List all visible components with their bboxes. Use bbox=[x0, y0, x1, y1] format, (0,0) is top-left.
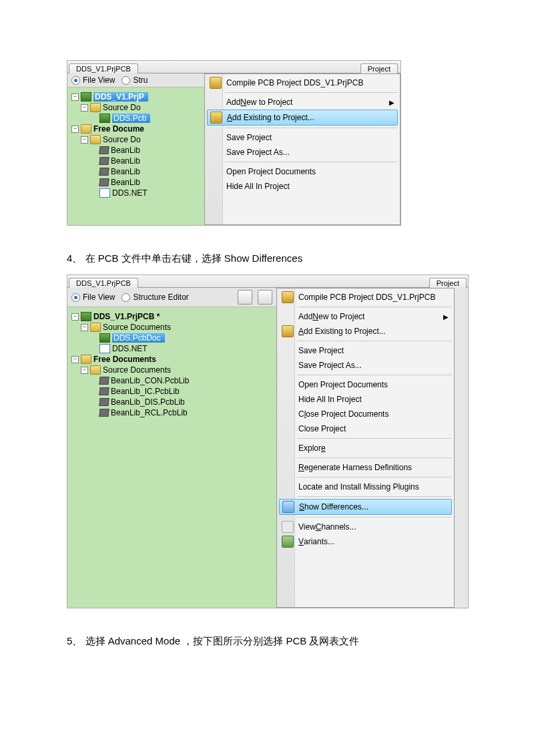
menu-add-existing[interactable]: Add Existing to Project... bbox=[278, 324, 453, 339]
menu-compile[interactable]: Compile PCB Project DDS_V1.PrjPCB bbox=[278, 290, 453, 305]
tree-lib-item[interactable]: BeanLib bbox=[111, 156, 140, 166]
project-icon bbox=[81, 312, 91, 321]
menu-separator bbox=[225, 128, 397, 128]
radio-file-view[interactable] bbox=[71, 293, 80, 302]
menu-view-channels[interactable]: View Channels... bbox=[278, 520, 453, 534]
tree-lib-item[interactable]: BeanLib_DIS.PcbLib bbox=[111, 397, 185, 407]
instruction-step-4: 4、 在 PCB 文件中单击右键，选择 Show Differences bbox=[67, 252, 467, 265]
library-icon bbox=[99, 398, 109, 406]
variants-icon bbox=[282, 536, 294, 548]
tree-lib-item[interactable]: BeanLib_CON.PcbLib bbox=[111, 376, 189, 385]
label-structure-editor: Structure Editor bbox=[133, 293, 188, 302]
add-icon bbox=[282, 325, 294, 337]
submenu-arrow-icon: ▶ bbox=[389, 99, 394, 106]
tab-project-menu[interactable]: Project bbox=[360, 63, 398, 73]
context-menu: Compile PCB Project DDS_V1.PrjPCB Add Ne… bbox=[276, 288, 455, 608]
tab-project-file[interactable]: DDS_V1.PrjPCB bbox=[69, 278, 138, 288]
tree-lib-item[interactable]: BeanLib_IC.PcbLib bbox=[111, 387, 180, 396]
menu-save-project[interactable]: Save Project bbox=[278, 343, 453, 358]
label-file-view: File View bbox=[83, 75, 115, 85]
menu-add-new[interactable]: Add New to Project▶ bbox=[206, 95, 398, 110]
tab-project-menu[interactable]: Project bbox=[429, 278, 467, 288]
menu-separator bbox=[297, 341, 451, 341]
menu-locate-plugins[interactable]: Locate and Install Missing Plugins bbox=[278, 480, 453, 494]
context-menu: Compile PCB Project DDS_V1.PrjPCB Add Ne… bbox=[204, 73, 400, 225]
menu-show-differences[interactable]: Show Differences... bbox=[279, 499, 452, 515]
tree-net-doc[interactable]: DDS.NET bbox=[112, 344, 148, 353]
menu-separator bbox=[225, 92, 397, 93]
tree-lib-item[interactable]: BeanLib bbox=[111, 178, 140, 187]
menu-hide-all[interactable]: Hide All In Project bbox=[278, 392, 453, 407]
menu-open-documents[interactable]: Open Project Documents bbox=[278, 377, 453, 392]
menu-open-documents[interactable]: Open Project Documents bbox=[206, 164, 398, 179]
netlist-icon bbox=[99, 344, 110, 353]
radio-file-view[interactable] bbox=[71, 76, 80, 85]
tree-source-documents[interactable]: Source Do bbox=[103, 135, 141, 144]
folder-icon bbox=[90, 103, 101, 112]
project-tree[interactable]: −DDS_V1.PrjPCB * −Source Documents DDS.P… bbox=[67, 307, 276, 608]
library-icon bbox=[99, 157, 109, 165]
label-file-view: File View bbox=[83, 293, 115, 302]
menu-separator bbox=[297, 375, 451, 375]
folder-icon bbox=[81, 124, 91, 134]
menu-regenerate-harness[interactable]: Regenerate Harness Definitions bbox=[278, 460, 453, 475]
menu-separator bbox=[297, 307, 451, 307]
netlist-icon bbox=[99, 188, 110, 198]
menu-save-project-as[interactable]: Save Project As... bbox=[206, 145, 398, 160]
project-tree[interactable]: −DDS_V1.PrjP −Source Do −DDS.Pcb −Free D… bbox=[67, 87, 204, 225]
library-icon bbox=[99, 409, 109, 417]
folder-icon bbox=[81, 355, 91, 364]
tree-free-documents[interactable]: Free Docume bbox=[93, 124, 144, 134]
library-icon bbox=[99, 168, 109, 176]
tree-project-root[interactable]: DDS_V1.PrjP bbox=[93, 92, 148, 102]
tab-bar: DDS_V1.PrjPCB Project bbox=[67, 61, 400, 73]
menu-separator bbox=[297, 438, 451, 439]
label-structure-editor: Stru bbox=[133, 75, 149, 85]
folder-icon bbox=[90, 365, 101, 375]
menu-add-new[interactable]: Add New to Project▶ bbox=[278, 309, 453, 324]
menu-compile[interactable]: Compile PCB Project DDS_V1.PrjPCB bbox=[206, 75, 398, 90]
menu-variants[interactable]: Variants... bbox=[278, 534, 453, 549]
tree-source-documents[interactable]: Source Documents bbox=[103, 323, 171, 332]
radio-structure-editor[interactable] bbox=[121, 76, 130, 85]
menu-save-project[interactable]: Save Project bbox=[206, 130, 398, 145]
menu-explore[interactable]: Explore bbox=[278, 441, 453, 455]
menu-separator bbox=[297, 496, 451, 497]
menu-close-project[interactable]: Close Project bbox=[278, 421, 453, 436]
compile-icon bbox=[210, 77, 222, 89]
toolbar-button[interactable] bbox=[238, 290, 252, 305]
screenshot-2: DDS_V1.PrjPCB Project File View Structur… bbox=[67, 274, 469, 608]
tree-pcb-doc[interactable]: DDS.Pcb bbox=[112, 114, 150, 123]
tree-lib-item[interactable]: BeanLib bbox=[111, 167, 140, 176]
menu-add-existing[interactable]: Add Existing to Project... bbox=[207, 110, 398, 126]
screenshot-1: DDS_V1.PrjPCB Project File View Stru −DD… bbox=[67, 60, 401, 226]
tree-project-root[interactable]: DDS_V1.PrjPCB * bbox=[93, 312, 160, 321]
submenu-arrow-icon: ▶ bbox=[443, 313, 449, 321]
tree-source-documents[interactable]: Source Documents bbox=[103, 365, 171, 375]
tab-project-file[interactable]: DDS_V1.PrjPCB bbox=[69, 63, 138, 73]
add-icon bbox=[210, 112, 222, 124]
tree-lib-item[interactable]: BeanLib bbox=[111, 146, 140, 155]
menu-separator bbox=[297, 477, 451, 478]
radio-structure-editor[interactable] bbox=[121, 293, 130, 302]
pcb-icon bbox=[99, 114, 110, 123]
project-icon bbox=[81, 92, 91, 102]
folder-icon bbox=[90, 135, 101, 144]
menu-separator bbox=[297, 517, 451, 518]
library-icon bbox=[99, 178, 109, 186]
tree-source-documents[interactable]: Source Do bbox=[103, 103, 141, 112]
pcb-icon bbox=[99, 333, 110, 343]
menu-hide-all[interactable]: Hide All In Project bbox=[206, 179, 398, 194]
tree-net-doc[interactable]: DDS.NET bbox=[112, 188, 148, 198]
compile-icon bbox=[282, 291, 294, 303]
library-icon bbox=[99, 146, 109, 154]
toolbar-button[interactable] bbox=[258, 290, 272, 305]
tree-lib-item[interactable]: BeanLib_RCL.PcbLib bbox=[111, 408, 188, 417]
menu-separator bbox=[297, 457, 451, 458]
view-toggle-row: File View Stru bbox=[67, 73, 204, 87]
tree-free-documents[interactable]: Free Documents bbox=[93, 355, 156, 364]
tree-pcb-doc[interactable]: DDS.PcbDoc bbox=[112, 333, 165, 343]
menu-save-project-as[interactable]: Save Project As... bbox=[278, 358, 453, 373]
menu-close-documents[interactable]: Close Project Documents bbox=[278, 407, 453, 421]
view-toggle-row: File View Structure Editor bbox=[67, 288, 276, 307]
